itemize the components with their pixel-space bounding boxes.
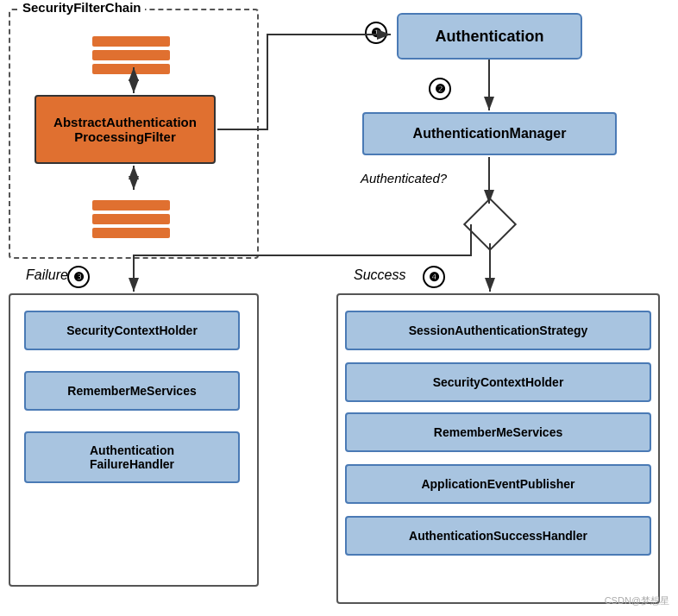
decision-diamond: [463, 198, 517, 251]
orange-bar-1: [92, 36, 170, 47]
failure-comp-auth-failure-handler: AuthenticationFailureHandler: [24, 431, 240, 483]
abstract-auth-processing-filter-label: AbstractAuthenticationProcessingFilter: [53, 115, 197, 144]
orange-bar-6: [92, 228, 170, 238]
abstract-auth-processing-filter-box: AbstractAuthenticationProcessingFilter: [35, 95, 216, 164]
success-text: Success: [354, 267, 405, 282]
authentication-label: Authentication: [436, 28, 544, 46]
success-comp-security-context-holder: SecurityContextHolder: [345, 362, 651, 402]
badge-1: ❶: [365, 22, 387, 44]
orange-bar-4: [92, 200, 170, 211]
failure-text: Failure: [26, 267, 68, 282]
watermark: CSDN@梦想星: [605, 594, 669, 607]
failure-comp-remember-me-services: RememberMeServices: [24, 371, 240, 411]
success-comp-app-event-publisher: ApplicationEventPublisher: [345, 464, 651, 504]
security-filter-chain-label: SecurityFilterChain: [19, 0, 145, 15]
authenticated-label: Authenticated?: [361, 171, 447, 185]
failure-label: Failure: [26, 267, 68, 283]
failure-comp-security-context-holder: SecurityContextHolder: [24, 311, 240, 350]
badge-3: ❸: [67, 266, 90, 288]
orange-stack-bottom: [92, 200, 170, 238]
success-comp-auth-success-handler: AuthenticationSuccessHandler: [345, 516, 651, 556]
orange-bar-2: [92, 50, 170, 60]
success-comp-session-auth-strategy: SessionAuthenticationStrategy: [345, 311, 651, 350]
authentication-manager-box: AuthenticationManager: [362, 112, 617, 155]
diagram-container: SecurityFilterChain AbstractAuthenticati…: [0, 0, 678, 616]
authentication-manager-label: AuthenticationManager: [413, 126, 567, 141]
orange-bar-3: [92, 64, 170, 74]
badge-2: ❷: [429, 78, 451, 100]
badge-4: ❹: [423, 266, 445, 288]
success-label: Success: [354, 267, 405, 283]
orange-bar-5: [92, 214, 170, 224]
success-comp-remember-me-services: RememberMeServices: [345, 412, 651, 452]
orange-stack-top: [92, 36, 170, 74]
authentication-box: Authentication: [397, 13, 582, 60]
